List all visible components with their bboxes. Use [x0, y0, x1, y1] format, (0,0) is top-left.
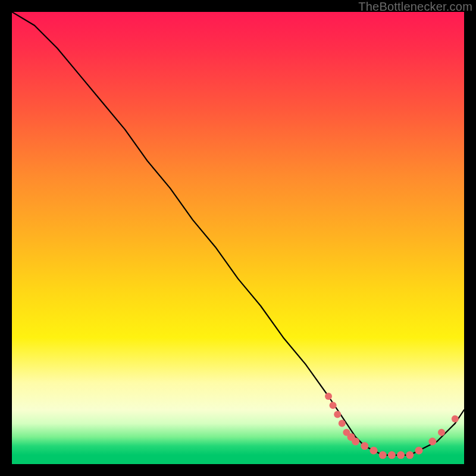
highlight-dot	[370, 447, 378, 455]
highlight-dot	[330, 402, 337, 409]
bottleneck-curve	[12, 12, 464, 455]
highlight-dot	[428, 438, 436, 446]
highlight-dot	[325, 393, 332, 400]
highlight-dot	[361, 442, 368, 450]
highlight-dot	[379, 451, 387, 459]
highlight-dot	[339, 420, 346, 427]
highlight-dot	[352, 438, 359, 446]
curve-svg	[12, 12, 464, 464]
highlight-dot	[397, 451, 405, 459]
highlight-dot	[334, 411, 341, 418]
highlight-dots	[325, 393, 459, 459]
highlight-dot	[388, 451, 396, 459]
plot-area	[12, 12, 464, 464]
chart-container: TheBottlenecker.com	[0, 0, 476, 476]
highlight-dot	[438, 429, 445, 436]
highlight-dot	[415, 447, 423, 455]
highlight-dot	[452, 415, 459, 422]
highlight-dot	[406, 451, 414, 459]
